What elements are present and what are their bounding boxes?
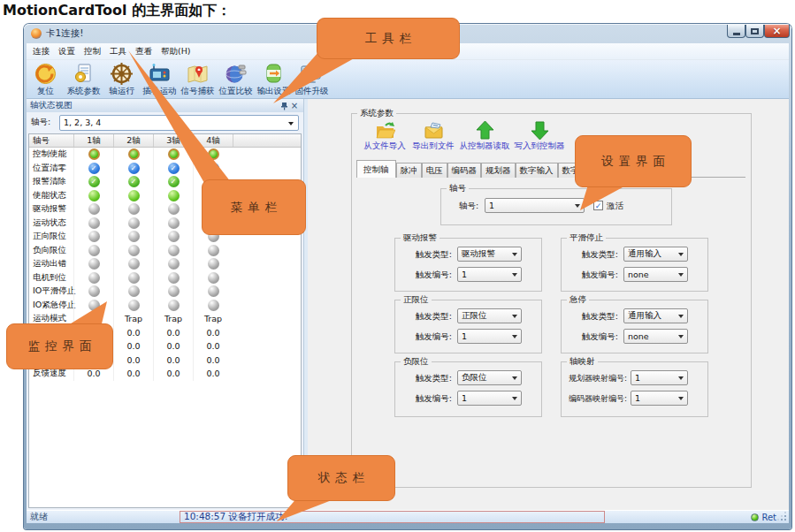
activate-checkbox[interactable]: ✓ bbox=[593, 201, 603, 210]
field-dropdown[interactable]: 正限位 bbox=[457, 308, 522, 323]
field-dropdown[interactable]: none bbox=[623, 329, 688, 344]
value-cell: 0.0 bbox=[153, 353, 193, 368]
axis-run-icon bbox=[110, 62, 134, 86]
menu-item-1[interactable]: 设置 bbox=[54, 43, 80, 60]
toolbar-button-0[interactable]: 复位 bbox=[27, 60, 65, 98]
field-dropdown[interactable]: 负限位 bbox=[457, 370, 522, 385]
field-label: 触发类型: bbox=[397, 249, 452, 261]
ball-gray-icon bbox=[128, 285, 140, 297]
field-label: 规划器映射编号: bbox=[562, 373, 627, 384]
tab-5[interactable]: 数字输入 bbox=[516, 163, 558, 178]
axis-number-combobox[interactable]: 1, 2, 3, 4 bbox=[59, 115, 299, 131]
ball-gray-icon bbox=[168, 285, 180, 297]
tab-3[interactable]: 编码器 bbox=[447, 163, 482, 178]
status-cell bbox=[113, 257, 153, 271]
io-button-2[interactable]: 从控制器读取 bbox=[458, 119, 511, 156]
menu-item-2[interactable]: 控制 bbox=[80, 43, 105, 60]
io-button-3[interactable]: 写入到控制器 bbox=[511, 119, 568, 156]
menu-item-3[interactable]: 工具 bbox=[105, 43, 131, 60]
ball-gray-icon bbox=[88, 203, 100, 215]
table-row: 位置清零✓✓✓✓ bbox=[29, 162, 301, 176]
field-label: 触发类型: bbox=[563, 311, 618, 323]
status-cell bbox=[193, 257, 233, 271]
io-button-label: 从文件导入 bbox=[363, 141, 406, 151]
pin-icon[interactable] bbox=[279, 101, 289, 111]
param-group-4: 负限位触发类型:负限位触发编号:1 bbox=[394, 361, 542, 417]
field-dropdown[interactable]: 通用输入 bbox=[623, 247, 688, 262]
tab-4[interactable]: 规划器 bbox=[481, 163, 516, 178]
row-label: 报警清除 bbox=[29, 176, 73, 187]
field-label: 编码器映射编号: bbox=[562, 393, 627, 405]
close-button[interactable]: × bbox=[764, 25, 790, 38]
check-green-icon: ✓ bbox=[168, 176, 180, 187]
field-dropdown[interactable]: 驱动报警 bbox=[457, 247, 522, 262]
field-dropdown-value: 1 bbox=[462, 270, 467, 279]
toolbar-button-label: 插补运动 bbox=[143, 86, 177, 96]
ball-gray-icon bbox=[88, 285, 100, 297]
toolbar-button-label: 信号捕获 bbox=[181, 86, 215, 96]
export-file-icon bbox=[424, 120, 444, 141]
resize-grip-icon[interactable] bbox=[784, 519, 786, 521]
ball-gray-icon bbox=[88, 245, 100, 256]
value-cell: 0.0 bbox=[153, 339, 193, 353]
app-icon bbox=[31, 28, 42, 39]
settings-panel: 系统参数 从文件导入导出到文件从控制器读取写入到控制器 控制轴脉冲电压编码器规划… bbox=[308, 99, 789, 510]
toolbar-button-1[interactable]: 系统参数 bbox=[65, 60, 103, 98]
status-message-panel: 10:48:57 设备打开成功! bbox=[180, 511, 605, 523]
io-button-1[interactable]: 导出到文件 bbox=[409, 119, 458, 156]
field-dropdown[interactable]: 1 bbox=[631, 391, 688, 406]
ball-gray-icon bbox=[208, 258, 219, 270]
toolbar-button-2[interactable]: 轴运行 bbox=[103, 60, 141, 98]
toolbar-button-label: 位置比较 bbox=[219, 86, 253, 96]
io-button-0[interactable]: 从文件导入 bbox=[361, 119, 409, 156]
toolbar-button-6[interactable]: 输出设置 bbox=[255, 60, 293, 98]
status-cell bbox=[113, 202, 153, 217]
value-cell: Trap bbox=[193, 312, 233, 326]
maximize-button[interactable] bbox=[745, 25, 764, 38]
minimize-button[interactable] bbox=[727, 25, 745, 38]
row-label: 位置清零 bbox=[29, 163, 73, 174]
toolbar-button-3[interactable]: 插补运动 bbox=[141, 60, 179, 98]
row-label: IO紧急停止 bbox=[29, 300, 73, 311]
table-header-row: 轴号1轴2轴3轴4轴 bbox=[29, 134, 301, 148]
field-dropdown[interactable]: 1 bbox=[457, 267, 522, 282]
axis-number-dropdown[interactable]: 1 bbox=[485, 198, 585, 213]
field-dropdown[interactable]: 1 bbox=[457, 329, 522, 344]
toolbar-button-4[interactable]: 信号捕获 bbox=[179, 60, 217, 98]
status-cell bbox=[113, 148, 153, 162]
led-ring-icon bbox=[168, 148, 180, 160]
field-dropdown[interactable]: 1 bbox=[457, 391, 522, 406]
read-controller-icon bbox=[475, 120, 495, 141]
param-group-title: 正限位 bbox=[401, 294, 432, 306]
system-params-groupbox: 系统参数 从文件导入导出到文件从控制器读取写入到控制器 控制轴脉冲电压编码器规划… bbox=[351, 113, 752, 488]
toolbar-button-7[interactable]: 固件升级 bbox=[293, 60, 331, 98]
tab-0[interactable]: 控制轴 bbox=[356, 160, 396, 178]
position-compare-icon bbox=[224, 62, 248, 86]
field-label: 触发编号: bbox=[397, 331, 452, 343]
table-row: IO平滑停止 bbox=[29, 285, 301, 299]
field-dropdown-value: 1 bbox=[462, 331, 467, 341]
table-row: 电机到位 bbox=[29, 271, 301, 285]
menu-item-4[interactable]: 查看 bbox=[131, 43, 157, 60]
tab-1[interactable]: 脉冲 bbox=[396, 163, 422, 178]
menu-item-0[interactable]: 连接 bbox=[28, 43, 54, 60]
status-cell bbox=[153, 271, 193, 285]
axis-number-value: 1, 2, 3, 4 bbox=[64, 118, 101, 127]
field-dropdown[interactable]: none bbox=[623, 267, 688, 282]
close-panel-icon[interactable]: × bbox=[289, 101, 300, 111]
param-group-5: 轴映射规划器映射编号:1编码器映射编号:1 bbox=[561, 361, 708, 417]
menu-item-5[interactable]: 帮助(H) bbox=[157, 43, 195, 60]
row-label: 运动状态 bbox=[29, 217, 73, 229]
toolbar-button-5[interactable]: 位置比较 bbox=[217, 60, 255, 98]
row-label: 电机到位 bbox=[29, 272, 73, 284]
field-dropdown[interactable]: 1 bbox=[631, 370, 688, 385]
table-header-cell: 1轴 bbox=[73, 134, 113, 147]
axis-status-panel: 轴状态视图 × 轴号: 1, 2, 3, 4 轴号1轴2轴3轴4轴控制使能位置清… bbox=[27, 99, 304, 510]
system-params-title: 系统参数 bbox=[357, 108, 396, 119]
status-cell bbox=[73, 271, 113, 285]
status-bar: 就绪 10:48:57 设备打开成功! Ret bbox=[27, 510, 789, 523]
tab-2[interactable]: 电压 bbox=[422, 163, 447, 178]
green-led-icon bbox=[751, 513, 759, 521]
ball-gray-icon bbox=[168, 203, 180, 215]
field-dropdown[interactable]: 通用输入 bbox=[623, 308, 688, 323]
